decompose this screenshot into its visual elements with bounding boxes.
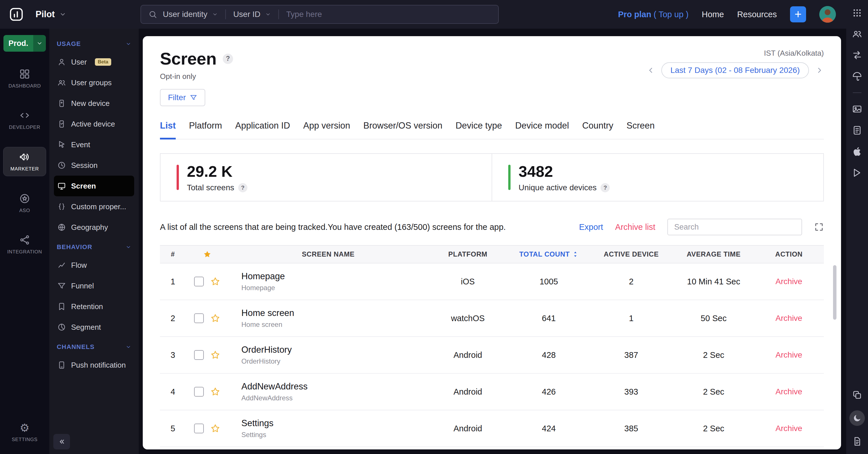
- menu-section-behavior[interactable]: BEHAVIOR: [54, 237, 134, 255]
- apple-store-icon[interactable]: [852, 146, 862, 157]
- archive-action-link[interactable]: Archive: [754, 277, 823, 286]
- tab-application-id[interactable]: Application ID: [235, 120, 290, 139]
- changelog-icon[interactable]: [852, 436, 862, 447]
- resources-link[interactable]: Resources: [737, 10, 777, 19]
- menu-item-custom-properties[interactable]: Custom proper...: [54, 196, 134, 217]
- menu-section-channels[interactable]: CHANNELS: [54, 338, 134, 355]
- menu-item-active-device[interactable]: Active device: [54, 114, 134, 134]
- star-outline-icon[interactable]: [210, 423, 220, 434]
- menu-section-usage[interactable]: USAGE: [54, 34, 134, 52]
- menu-item-event[interactable]: Event: [54, 134, 134, 155]
- sidebar-item-developer[interactable]: DEVELOPER: [3, 106, 46, 134]
- menu-item-user-groups[interactable]: User groups: [54, 72, 134, 93]
- product-switcher[interactable]: Pilot: [35, 9, 66, 20]
- segment-pie-icon: [57, 323, 66, 332]
- menu-item-user[interactable]: User Beta: [54, 52, 134, 72]
- stat-total-screens: 29.2 K Total screens ?: [160, 154, 492, 201]
- star-outline-icon[interactable]: [210, 313, 220, 323]
- menu-item-segment[interactable]: Segment: [54, 317, 134, 338]
- listing-toolbar: A list of all the screens that are being…: [160, 219, 824, 235]
- menu-item-funnel[interactable]: Funnel: [54, 276, 134, 296]
- archive-action-link[interactable]: Archive: [754, 424, 823, 433]
- tab-screen[interactable]: Screen: [627, 120, 655, 139]
- star-outline-icon[interactable]: [210, 387, 220, 397]
- row-checkbox[interactable]: [194, 387, 204, 397]
- search-input[interactable]: [286, 10, 491, 19]
- chevron-left-icon[interactable]: [646, 66, 655, 75]
- archive-list-link[interactable]: Archive list: [615, 222, 655, 232]
- menu-item-session[interactable]: Session: [54, 155, 134, 176]
- sidebar-item-settings[interactable]: ⚙ SETTINGS: [3, 418, 46, 447]
- aso-star-icon: [19, 193, 30, 204]
- menu-item-retention[interactable]: Retention: [54, 296, 134, 317]
- screen-name: OrderHistory: [241, 345, 428, 355]
- home-link[interactable]: Home: [702, 10, 724, 19]
- top-up-link[interactable]: ( Top up ): [654, 10, 688, 19]
- plan-info[interactable]: Pro plan ( Top up ): [618, 10, 688, 19]
- menu-label: Retention: [71, 302, 103, 311]
- chevron-right-icon[interactable]: [815, 66, 824, 75]
- user-avatar[interactable]: [819, 6, 836, 23]
- filter-label: Filter: [168, 93, 186, 102]
- tab-list[interactable]: List: [160, 120, 176, 139]
- environment-selector[interactable]: Prod.: [3, 35, 46, 52]
- users-icon[interactable]: [852, 29, 862, 39]
- sidebar-item-marketer[interactable]: MARKETER: [3, 147, 46, 176]
- archive-action-link[interactable]: Archive: [754, 387, 823, 396]
- menu-item-geography[interactable]: Geography: [54, 217, 134, 237]
- collapse-sidebar-button[interactable]: [53, 434, 70, 449]
- tab-device-type[interactable]: Device type: [456, 120, 502, 139]
- copy-windows-icon[interactable]: [852, 390, 862, 400]
- menu-item-screen[interactable]: Screen: [54, 176, 134, 196]
- umbrella-icon[interactable]: [852, 71, 862, 82]
- sidebar-item-integration[interactable]: INTEGRATION: [3, 230, 46, 259]
- row-active-device: 1: [590, 314, 673, 323]
- table-search-input[interactable]: [667, 219, 802, 235]
- menu-item-push-notification[interactable]: Push notification: [54, 355, 134, 375]
- archive-action-link[interactable]: Archive: [754, 314, 823, 323]
- filter-button[interactable]: Filter: [160, 89, 205, 106]
- tab-device-model[interactable]: Device model: [515, 120, 569, 139]
- row-checkbox[interactable]: [194, 313, 204, 323]
- star-outline-icon[interactable]: [210, 276, 220, 287]
- row-checkbox[interactable]: [194, 424, 204, 433]
- menu-item-new-device[interactable]: New device: [54, 93, 134, 114]
- image-gallery-icon[interactable]: [852, 104, 862, 114]
- date-range-picker[interactable]: Last 7 Days (02 - 08 February 2026): [661, 62, 809, 78]
- menu-item-flow[interactable]: Flow: [54, 255, 134, 276]
- rail-label: ASO: [19, 208, 30, 214]
- avatar-image: [819, 6, 836, 23]
- tab-app-version[interactable]: App version: [303, 120, 350, 139]
- row-checkbox[interactable]: [194, 350, 204, 360]
- arrows-swap-icon[interactable]: [852, 50, 862, 60]
- google-play-icon[interactable]: [852, 168, 862, 178]
- search-category-dropdown[interactable]: User identity: [163, 10, 218, 19]
- tab-country[interactable]: Country: [582, 120, 614, 139]
- archive-action-link[interactable]: Archive: [754, 350, 823, 360]
- header-total-count[interactable]: TOTAL COUNT: [508, 250, 590, 258]
- plus-icon: +: [795, 8, 802, 20]
- star-icon[interactable]: [203, 250, 212, 259]
- app-logo[interactable]: [9, 7, 24, 22]
- title-help-icon[interactable]: ?: [223, 54, 233, 64]
- export-link[interactable]: Export: [579, 222, 603, 232]
- apps-grid-icon[interactable]: [852, 8, 862, 18]
- add-button[interactable]: +: [790, 6, 806, 22]
- star-outline-icon[interactable]: [210, 350, 220, 360]
- tab-platform[interactable]: Platform: [189, 120, 222, 139]
- tab-browser-os-version[interactable]: Browser/OS version: [364, 120, 443, 139]
- fullscreen-icon[interactable]: [814, 222, 824, 232]
- row-checkbox[interactable]: [194, 277, 204, 286]
- search-field-dropdown[interactable]: User ID: [233, 10, 271, 19]
- table-scrollbar[interactable]: [833, 265, 836, 320]
- environment-value: Prod.: [3, 35, 33, 52]
- report-icon[interactable]: [852, 125, 862, 136]
- row-average-time: 50 Sec: [673, 314, 754, 323]
- menu-label: Screen: [71, 182, 96, 191]
- sidebar-item-aso[interactable]: ASO: [3, 189, 46, 218]
- stat-help-icon[interactable]: ?: [238, 183, 247, 192]
- sidebar-item-dashboard[interactable]: DASHBOARD: [3, 64, 46, 93]
- dark-mode-toggle[interactable]: [849, 410, 865, 426]
- stat-help-icon[interactable]: ?: [600, 183, 610, 192]
- row-platform: watchOS: [428, 314, 508, 323]
